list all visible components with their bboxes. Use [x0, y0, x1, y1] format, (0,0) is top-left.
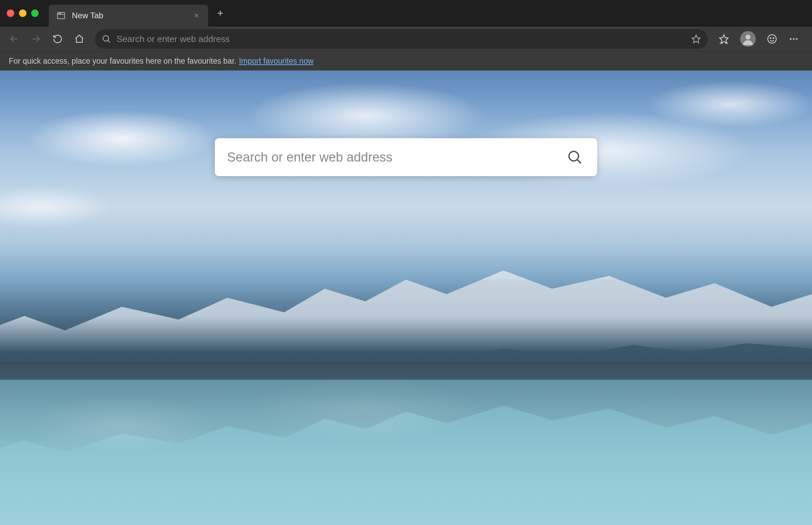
add-favorite-button[interactable]: [691, 34, 701, 44]
svg-point-22: [790, 38, 792, 40]
search-submit-button[interactable]: [565, 147, 585, 167]
svg-point-4: [61, 13, 61, 14]
content-area: [0, 71, 812, 525]
svg-point-20: [770, 38, 771, 39]
titlebar: New Tab: [0, 0, 812, 26]
home-button[interactable]: [70, 29, 89, 48]
window-close-button[interactable]: [7, 10, 14, 17]
svg-line-26: [577, 160, 581, 163]
address-bar[interactable]: [95, 29, 708, 49]
feedback-button[interactable]: [762, 29, 782, 49]
svg-point-23: [793, 38, 795, 40]
svg-point-24: [796, 38, 797, 40]
new-tab-search-input[interactable]: [227, 150, 565, 165]
window-minimize-button[interactable]: [19, 10, 27, 17]
svg-marker-14: [720, 35, 728, 43]
svg-line-12: [108, 40, 110, 42]
page-icon: [56, 10, 67, 21]
svg-point-21: [773, 38, 774, 39]
new-tab-button[interactable]: [212, 5, 228, 21]
favorites-button[interactable]: [714, 29, 734, 49]
address-input[interactable]: [117, 34, 686, 44]
svg-point-18: [745, 34, 751, 40]
back-button[interactable]: [5, 29, 24, 48]
favorites-bar: For quick access, place your favourites …: [0, 51, 812, 71]
tab-close-button[interactable]: [192, 11, 201, 20]
svg-point-19: [768, 35, 777, 43]
svg-marker-13: [692, 35, 700, 43]
window-controls: [7, 10, 39, 17]
tab-title: New Tab: [72, 11, 187, 20]
svg-point-11: [103, 35, 108, 41]
refresh-button[interactable]: [48, 29, 67, 48]
browser-tab[interactable]: New Tab: [49, 5, 208, 26]
profile-button[interactable]: [740, 31, 756, 47]
svg-point-2: [59, 13, 59, 14]
toolbar-right: [714, 29, 807, 49]
favorites-hint-text: For quick access, place your favourites …: [9, 57, 236, 66]
search-icon: [102, 34, 111, 44]
svg-point-3: [60, 13, 60, 14]
menu-button[interactable]: [784, 29, 804, 49]
new-tab-search-box[interactable]: [215, 138, 597, 176]
svg-point-25: [569, 151, 578, 161]
import-favorites-link[interactable]: Import favourites now: [239, 57, 313, 66]
toolbar: [0, 26, 812, 51]
forward-button[interactable]: [27, 29, 45, 48]
window-maximize-button[interactable]: [31, 10, 39, 17]
